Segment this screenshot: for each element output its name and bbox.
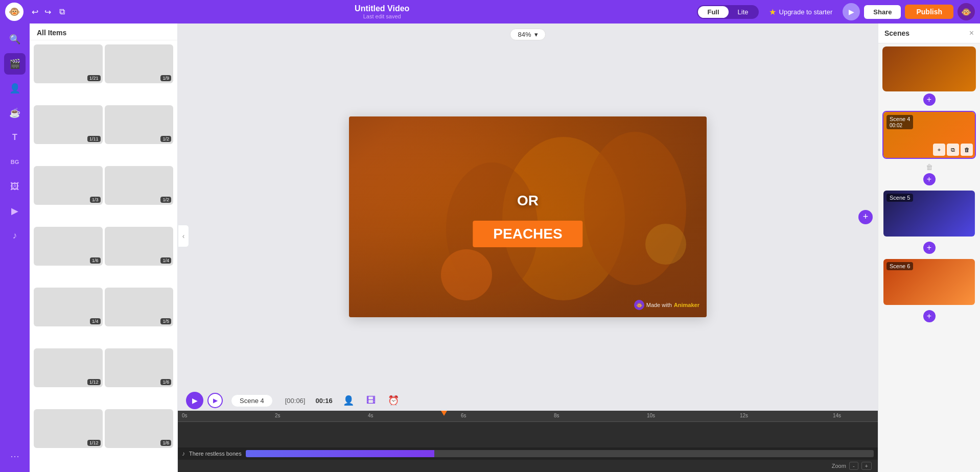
- scene-4-delete-button[interactable]: 🗑: [961, 144, 973, 156]
- ruler-mark-0s: 0s: [182, 413, 188, 418]
- ruler-mark-12s: 12s: [740, 413, 748, 418]
- timer-icon-btn[interactable]: ⏰: [386, 394, 401, 407]
- zoom-minus-button[interactable]: -: [849, 462, 858, 470]
- asset-thumb-2[interactable]: 1/9: [105, 44, 174, 83]
- canvas-text-or: OR: [517, 193, 539, 209]
- asset-thumb-10[interactable]: 1/5: [105, 288, 174, 326]
- asset-thumb-6[interactable]: 1/2: [105, 166, 174, 205]
- asset-badge: 1/9: [160, 75, 171, 81]
- zoom-label: Zoom: [832, 463, 846, 469]
- add-scene-between-button-1[interactable]: +: [923, 173, 936, 185]
- asset-badge: 1/6: [160, 379, 171, 385]
- upgrade-button[interactable]: ★ Upgrade to starter: [763, 5, 839, 19]
- ruler-mark-14s: 14s: [833, 413, 841, 418]
- canvas-background: [349, 116, 707, 317]
- text-icon-btn[interactable]: T: [4, 127, 26, 148]
- delete-scene-between-button-1[interactable]: 🗑: [926, 163, 933, 171]
- music-note-icon: ♪: [182, 450, 185, 457]
- add-scene-between-button-2[interactable]: +: [923, 242, 936, 254]
- play-small-button[interactable]: ▶: [207, 393, 223, 408]
- video-icon-btn[interactable]: ▶: [4, 200, 26, 222]
- scene-card-4[interactable]: Scene 400:02 + ⧉ 🗑: [882, 111, 976, 159]
- asset-thumb-8[interactable]: 1/4: [105, 227, 174, 266]
- image-icon-btn[interactable]: 🖼: [4, 176, 26, 197]
- play-button[interactable]: ▶: [186, 392, 203, 409]
- music-row: ♪ There restless bones: [178, 447, 878, 460]
- svg-point-3: [441, 249, 492, 300]
- zoom-plus-button[interactable]: +: [861, 462, 872, 470]
- person-icon-btn[interactable]: 👤: [4, 78, 26, 99]
- close-scenes-panel-button[interactable]: ×: [969, 29, 974, 38]
- asset-thumb-13[interactable]: 1/12: [34, 409, 103, 448]
- bottom-controls: ▶ ▶ Scene 4 [00:06] 00:16 👤 🎞 ⏰: [178, 390, 878, 411]
- title-area: Untitled Video Last edit saved: [71, 4, 693, 19]
- scene-card-5[interactable]: Scene 5: [882, 190, 976, 238]
- collapse-panel-button[interactable]: ‹: [178, 225, 189, 247]
- preview-play-button[interactable]: ▶: [843, 3, 860, 20]
- asset-thumb-4[interactable]: 1/2: [105, 105, 174, 144]
- full-view-button[interactable]: Full: [698, 6, 728, 18]
- music-progress-fill: [246, 450, 434, 457]
- asset-thumb-3[interactable]: 1/11: [34, 105, 103, 144]
- publish-button[interactable]: Publish: [905, 5, 953, 19]
- total-time: 00:16: [315, 397, 332, 405]
- asset-thumb-12[interactable]: 1/6: [105, 348, 174, 387]
- star-icon: ★: [769, 7, 776, 17]
- timeline-playhead[interactable]: [441, 411, 447, 422]
- duplicate-button[interactable]: ⧉: [57, 6, 67, 17]
- redo-button[interactable]: ↪: [42, 6, 53, 18]
- video-track-icon-btn[interactable]: 🎞: [364, 394, 378, 407]
- main-layout: 🔍 🎬 👤 ☕ T BG 🖼 ▶ ♪ ⋯ All Items 1/211/91/…: [0, 23, 980, 472]
- view-toggle: Full Lite: [697, 5, 758, 19]
- scene-card-top-partial: [882, 46, 976, 91]
- lite-view-button[interactable]: Lite: [729, 6, 758, 18]
- asset-badge: 1/4: [90, 318, 101, 324]
- asset-badge: 1/2: [160, 197, 171, 203]
- asset-thumb-5[interactable]: 1/3: [34, 166, 103, 205]
- asset-badge: 1/12: [87, 379, 101, 385]
- asset-thumb-11[interactable]: 1/12: [34, 348, 103, 387]
- share-button[interactable]: Share: [864, 5, 901, 19]
- scenes-panel-header: Scenes ×: [878, 23, 980, 43]
- bg-icon-btn[interactable]: BG: [4, 151, 26, 173]
- watermark-brand: Animaker: [674, 302, 699, 308]
- asset-thumb-1[interactable]: 1/21: [34, 44, 103, 83]
- watermark: 🐵 Made with Animaker: [634, 300, 699, 310]
- undo-button[interactable]: ↩: [30, 6, 40, 18]
- asset-thumb-9[interactable]: 1/4: [34, 288, 103, 326]
- asset-thumb-14[interactable]: 1/6: [105, 409, 174, 448]
- scene-4-add-button[interactable]: +: [933, 144, 945, 156]
- add-between-group-2: +: [878, 241, 980, 255]
- search-icon-btn[interactable]: 🔍: [4, 29, 26, 50]
- coffee-icon-btn[interactable]: ☕: [4, 102, 26, 124]
- asset-badge: 1/4: [160, 257, 171, 264]
- scene-card-6[interactable]: Scene 6: [882, 258, 976, 306]
- add-between-group-1: +: [878, 172, 980, 186]
- asset-thumb-7[interactable]: 1/6: [34, 227, 103, 266]
- add-scene-mid-button[interactable]: +: [858, 210, 873, 224]
- ruler-mark-6s: 6s: [461, 413, 466, 418]
- add-scene-top-button[interactable]: +: [923, 93, 936, 106]
- last-saved: Last edit saved: [363, 13, 401, 19]
- timeline-ruler: 0s2s4s6s8s10s12s14s16s: [178, 411, 878, 422]
- zoom-display[interactable]: 84% ▾: [510, 29, 545, 40]
- play-controls: ▶ ▶: [186, 392, 223, 409]
- scene-4-label: Scene 400:02: [886, 115, 913, 129]
- add-scene-top-group: +: [878, 91, 980, 108]
- scene-5-bg: Scene 5: [883, 191, 975, 237]
- ruler-mark-4s: 4s: [368, 413, 374, 418]
- add-between-group-3: +: [878, 309, 980, 323]
- music-icon-btn[interactable]: ♪: [4, 225, 26, 246]
- scene-4-bg: Scene 400:02 + ⧉ 🗑: [883, 112, 975, 158]
- avatar-icon-btn[interactable]: 👤: [341, 394, 356, 407]
- scenes-icon-btn[interactable]: 🎬: [4, 53, 26, 75]
- music-progress-bar: [246, 450, 874, 457]
- more-icon-btn[interactable]: ⋯: [4, 445, 26, 467]
- scene-top-bg: [882, 46, 976, 91]
- user-avatar[interactable]: 🐵: [958, 3, 975, 20]
- timeline-bottom: Zoom - +: [178, 460, 878, 472]
- add-scene-bottom-button[interactable]: +: [923, 310, 936, 322]
- app-logo[interactable]: 🐵: [5, 3, 24, 21]
- scene-4-duplicate-button[interactable]: ⧉: [947, 144, 959, 156]
- asset-grid: 1/211/91/111/21/31/21/61/41/41/51/121/61…: [30, 40, 177, 472]
